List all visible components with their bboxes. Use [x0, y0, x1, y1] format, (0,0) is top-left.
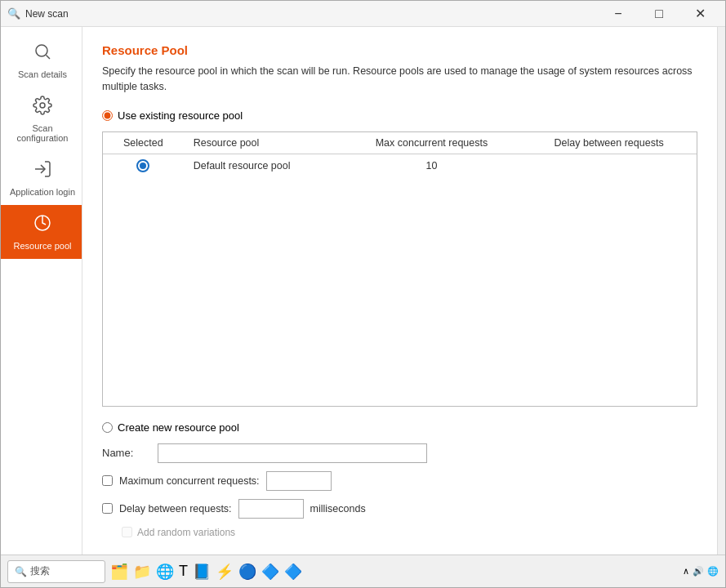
- col-header-max-concurrent: Max concurrent requests: [342, 132, 521, 154]
- taskbar-search[interactable]: 🔍 搜索: [7, 560, 105, 583]
- radio-cell: [113, 159, 174, 172]
- scan-configuration-icon: [33, 96, 52, 120]
- taskbar-icon-6[interactable]: ⚡: [216, 563, 234, 581]
- taskbar-right: ∧ 🔊 🌐: [683, 566, 719, 577]
- taskbar-icon-4[interactable]: T: [179, 563, 188, 580]
- taskbar-icon-7[interactable]: 🔵: [238, 563, 256, 581]
- col-header-resource-pool: Resource pool: [184, 132, 342, 154]
- resource-table-wrapper: Selected Resource pool Max concurrent re…: [102, 131, 697, 407]
- sidebar-item-application-login-label: Application login: [10, 187, 75, 197]
- max-concurrent-label: Maximum concurrent requests:: [119, 475, 260, 487]
- main-content: Resource Pool Specify the resource pool …: [82, 27, 717, 555]
- svg-point-0: [36, 45, 47, 56]
- table-spacer: [103, 177, 697, 406]
- col-header-delay: Delay between requests: [521, 132, 697, 154]
- window-title: New scan: [25, 8, 599, 20]
- max-concurrent-checkbox[interactable]: [102, 475, 113, 486]
- sidebar-item-application-login[interactable]: Application login: [1, 151, 82, 205]
- sidebar-item-resource-pool-label: Resource pool: [14, 241, 72, 251]
- delay-checkbox[interactable]: [102, 503, 113, 514]
- radio-inner: [140, 163, 146, 169]
- max-concurrent-input[interactable]: [266, 471, 332, 491]
- milliseconds-label: milliseconds: [310, 503, 366, 514]
- name-label: Name:: [102, 447, 151, 459]
- table-header-row: Selected Resource pool Max concurrent re…: [103, 132, 697, 154]
- use-existing-radio[interactable]: [102, 110, 113, 121]
- taskbar-icon-9[interactable]: 🔷: [284, 563, 302, 581]
- name-input[interactable]: [158, 443, 427, 463]
- section-description: Specify the resource pool in which the s…: [102, 64, 697, 95]
- title-bar: 🔍 New scan − □ ✕: [1, 1, 725, 27]
- svg-point-2: [40, 103, 45, 108]
- create-new-radio[interactable]: [102, 422, 113, 433]
- search-icon: 🔍: [15, 566, 27, 577]
- add-random-row: Add random variations: [122, 527, 697, 538]
- delay-label: Delay between requests:: [119, 503, 232, 514]
- table-row[interactable]: Default resource pool 10: [103, 154, 697, 177]
- delay-input[interactable]: [238, 499, 304, 519]
- add-random-label: Add random variations: [137, 527, 235, 538]
- scan-details-icon: [33, 42, 52, 66]
- window-controls: − □ ✕: [599, 1, 719, 27]
- section-title: Resource Pool: [102, 43, 697, 57]
- svg-line-1: [47, 56, 51, 60]
- sidebar: Scan details Scan configuration: [1, 27, 82, 555]
- taskbar-icon-8[interactable]: 🔷: [261, 563, 279, 581]
- max-concurrent-row: Maximum concurrent requests:: [102, 471, 697, 491]
- use-existing-option[interactable]: Use existing resource pool: [102, 109, 697, 122]
- close-button[interactable]: ✕: [681, 1, 719, 27]
- create-new-option[interactable]: Create new resource pool: [102, 421, 697, 434]
- create-new-label: Create new resource pool: [118, 421, 239, 434]
- col-header-selected: Selected: [103, 132, 184, 154]
- main-window: 🔍 New scan − □ ✕ Scan details: [0, 0, 726, 588]
- taskbar: 🔍 搜索 🗂️ 📁 🌐 T 📘 ⚡ 🔵 🔷 🔷 ∧ 🔊 🌐: [1, 555, 725, 587]
- use-existing-label: Use existing resource pool: [118, 109, 243, 122]
- sidebar-item-scan-details-label: Scan details: [18, 69, 67, 79]
- app-icon: 🔍: [7, 7, 20, 20]
- scrollbar[interactable]: [717, 27, 725, 555]
- system-icon-1: ∧: [683, 566, 689, 577]
- resource-pool-icon: [33, 213, 52, 238]
- resource-table: Selected Resource pool Max concurrent re…: [103, 132, 697, 177]
- sidebar-item-scan-configuration[interactable]: Scan configuration: [1, 87, 82, 151]
- pool-name-cell: Default resource pool: [184, 154, 342, 177]
- network-icon[interactable]: 🌐: [707, 566, 719, 577]
- selected-radio[interactable]: [136, 159, 149, 172]
- taskbar-icon-2[interactable]: 📁: [133, 563, 151, 581]
- delay-row: Delay between requests: milliseconds: [102, 499, 697, 519]
- taskbar-icon-5[interactable]: 📘: [193, 563, 211, 581]
- create-section: Create new resource pool Name: Maximum c…: [102, 421, 697, 538]
- speaker-icon[interactable]: 🔊: [693, 566, 704, 577]
- selected-cell: [103, 154, 184, 177]
- restore-button[interactable]: □: [640, 1, 678, 27]
- taskbar-icon-3[interactable]: 🌐: [156, 563, 174, 581]
- taskbar-icon-1[interactable]: 🗂️: [110, 563, 128, 581]
- minimize-button[interactable]: −: [599, 1, 637, 27]
- application-login-icon: [33, 159, 52, 184]
- sidebar-item-resource-pool[interactable]: Resource pool: [1, 205, 82, 259]
- search-label: 搜索: [30, 564, 50, 578]
- window-body: Scan details Scan configuration: [1, 27, 725, 555]
- add-random-checkbox[interactable]: [122, 527, 132, 537]
- sidebar-item-scan-configuration-label: Scan configuration: [7, 123, 78, 143]
- sidebar-item-scan-details[interactable]: Scan details: [1, 33, 82, 87]
- max-concurrent-cell: 10: [342, 154, 521, 177]
- name-form-row: Name:: [102, 443, 697, 463]
- delay-cell: [521, 154, 697, 177]
